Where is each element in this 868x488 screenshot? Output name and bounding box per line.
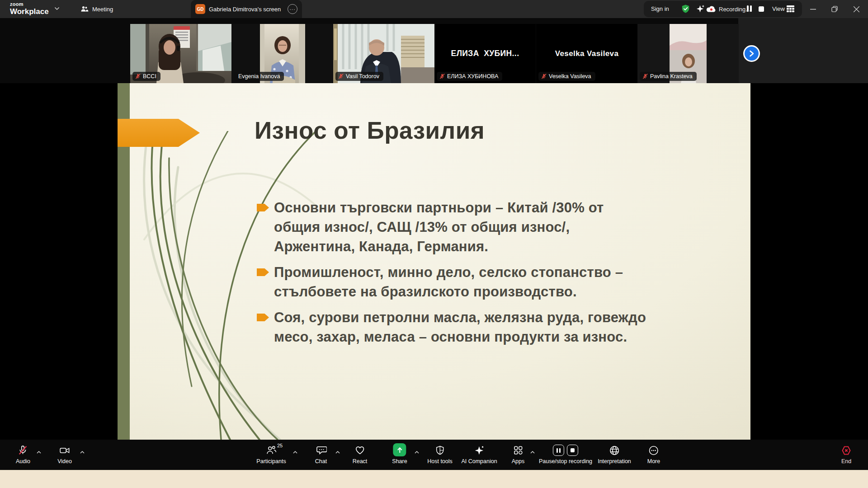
tab-meeting[interactable]: Meeting	[76, 0, 118, 18]
restore-button[interactable]	[825, 0, 844, 18]
muted-mic-icon	[439, 73, 445, 80]
pause-recording-button[interactable]	[747, 5, 752, 12]
participant-name-badge: Evgenia Ivanova	[234, 72, 284, 81]
participants-button[interactable]: 25 Participants	[256, 444, 286, 465]
pause-icon[interactable]	[553, 445, 564, 456]
audio-button[interactable]: Audio	[16, 444, 30, 465]
bullet-marker-icon	[257, 314, 269, 321]
camera-icon	[59, 445, 71, 456]
video-options-chevron[interactable]	[80, 448, 85, 456]
video-tile-veselka[interactable]: Veselka Vasileva Veselka Vasileva	[536, 24, 637, 83]
globe-icon	[609, 445, 620, 456]
muted-mic-icon	[541, 73, 547, 80]
host-tools-button[interactable]: Host tools	[427, 444, 453, 465]
share-button[interactable]: Share	[392, 444, 407, 465]
sign-in-button[interactable]: Sign in	[651, 5, 669, 12]
apps-button[interactable]: Apps	[512, 444, 525, 465]
ai-sparkle-icon[interactable]	[695, 4, 706, 14]
stop-icon[interactable]	[567, 445, 578, 456]
video-tile-evgenia[interactable]: Evgenia Ivanova	[232, 24, 333, 83]
muted-mic-icon	[338, 73, 344, 80]
tab-screen-share[interactable]: GD Gabriela Dimitrova's screen ...	[191, 0, 302, 18]
interpretation-button[interactable]: Interpretation	[598, 444, 631, 465]
apps-options-chevron[interactable]	[530, 448, 535, 456]
audio-options-chevron[interactable]	[37, 448, 42, 456]
participant-count-badge: 25	[277, 443, 283, 448]
bullet-item: Промишленост, минно дело, селско стопанс…	[257, 263, 731, 301]
shared-screen-area: Износ от Бразилия Основни търговски парт…	[0, 83, 868, 440]
minimize-button[interactable]	[803, 0, 823, 18]
participant-name-badge: Pavlina Krasteva	[640, 72, 697, 81]
chevron-right-icon	[749, 50, 755, 57]
participants-video-strip: BCCI Evgenia Ivanova	[0, 18, 868, 83]
close-button[interactable]	[846, 0, 866, 18]
video-tile-bcci[interactable]: BCCI	[130, 24, 231, 83]
stop-recording-button[interactable]	[759, 6, 764, 12]
participants-options-chevron[interactable]	[293, 448, 298, 456]
end-meeting-button[interactable]: End	[840, 444, 852, 465]
ai-companion-button[interactable]: AI Companion	[461, 444, 497, 465]
tab-options-icon[interactable]: ...	[288, 4, 297, 14]
participants-icon	[265, 445, 277, 456]
security-shield-icon[interactable]	[680, 4, 691, 14]
next-participants-button[interactable]	[743, 45, 760, 62]
windows-taskbar: Search T W O X zm 10°C Cloudy БГР	[0, 470, 868, 488]
view-button[interactable]: View	[772, 5, 785, 12]
window-titlebar: zoom Workplace Meeting GD Gabriela Dimit…	[0, 0, 868, 18]
participant-name-badge: Vasil Todorov	[335, 72, 383, 81]
slide-bullet-list: Основни търговски партньори – Китай /30%…	[257, 198, 731, 353]
video-tile-pavlina[interactable]: Pavlina Krasteva	[637, 24, 739, 83]
avatar: GD	[195, 4, 205, 14]
muted-mic-icon	[17, 445, 28, 456]
tab-screen-share-label: Gabriela Dimitrova's screen	[209, 6, 281, 13]
pause-stop-recording-button[interactable]: Pause/stop recording	[539, 444, 592, 465]
bullet-marker-icon	[257, 204, 269, 211]
shield-icon	[434, 445, 445, 456]
more-ellipsis-icon	[648, 445, 660, 456]
heart-icon	[354, 445, 366, 456]
video-tile-vasil[interactable]: Vasil Todorov	[333, 24, 434, 83]
video-tile-eliza[interactable]: ЕЛИЗА ХУБИН... ЕЛИЗА ХУБИНОВА	[434, 24, 536, 83]
presentation-slide: Износ от Бразилия Основни търговски парт…	[118, 83, 750, 440]
view-grid-icon[interactable]	[787, 5, 794, 12]
muted-mic-icon	[135, 73, 141, 80]
chevron-down-icon[interactable]	[54, 7, 60, 10]
participant-name-badge: Veselka Vasileva	[538, 72, 595, 81]
people-icon	[80, 5, 89, 13]
zoom-workplace-logo: zoom Workplace	[10, 2, 49, 15]
react-button[interactable]: React	[353, 444, 368, 465]
zoom-meeting-window: zoom Workplace Meeting GD Gabriela Dimit…	[0, 0, 868, 488]
share-options-chevron[interactable]	[415, 448, 420, 456]
tab-meeting-label: Meeting	[92, 6, 113, 13]
chat-icon	[316, 445, 327, 456]
chat-button[interactable]: Chat	[315, 444, 327, 465]
bullet-item: Соя, сурови петролни масла, желязна руда…	[257, 308, 731, 347]
ai-sparkle-icon	[473, 445, 485, 456]
meeting-toolbar: Audio Video 25 Participants Chat React S…	[0, 440, 868, 470]
cloud-recording-icon	[706, 5, 716, 13]
muted-mic-icon	[642, 73, 648, 80]
video-button[interactable]: Video	[57, 444, 72, 465]
more-button[interactable]: More	[647, 444, 660, 465]
bullet-marker-icon	[257, 268, 269, 276]
end-call-icon	[840, 445, 852, 456]
recording-status: Recording...	[719, 6, 750, 13]
apps-icon	[513, 445, 524, 456]
chat-options-chevron[interactable]	[335, 448, 340, 456]
bullet-item: Основни търговски партньори – Китай /30%…	[257, 198, 731, 256]
participant-name-badge: ЕЛИЗА ХУБИНОВА	[437, 72, 502, 81]
participant-name-badge: BCCI	[132, 72, 160, 81]
slide-title: Износ от Бразилия	[255, 117, 485, 144]
share-screen-icon	[393, 443, 406, 456]
